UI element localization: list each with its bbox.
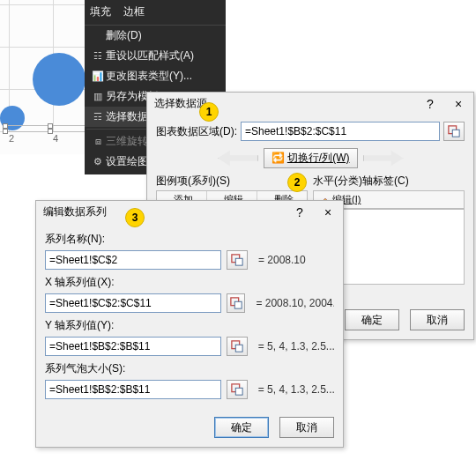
- svg-rect-6: [234, 301, 242, 308]
- svg-rect-1: [452, 130, 459, 137]
- range-picker-button[interactable]: [443, 122, 465, 141]
- y-values-label: Y 轴系列值(Y):: [45, 318, 334, 333]
- chart-type-icon: 📊: [90, 70, 106, 82]
- svg-rect-4: [235, 258, 242, 265]
- cancel-button[interactable]: 取消: [279, 417, 334, 438]
- swap-arrow-right-icon: [363, 149, 404, 168]
- range-picker-button[interactable]: [227, 337, 248, 356]
- x-values-result: = 2008.10, 2004....: [256, 297, 334, 309]
- range-picker-icon: [448, 125, 460, 137]
- dialog-title: 编辑数据系列: [43, 204, 107, 219]
- context-menu-change-chart-type[interactable]: 📊 更改图表类型(Y)...: [85, 66, 226, 86]
- chart-data-range-label: 图表数据区域(D):: [156, 124, 237, 139]
- range-picker-button[interactable]: [227, 380, 248, 399]
- callout-badge-1: 1: [199, 102, 219, 122]
- context-menu-label: 删除(D): [106, 28, 142, 43]
- callout-number: 1: [206, 106, 212, 118]
- dialog-titlebar: 编辑数据系列 ? ×: [36, 201, 343, 221]
- ok-button[interactable]: 确定: [214, 417, 269, 438]
- context-menu-reset-style[interactable]: ☷ 重设以匹配样式(A): [85, 46, 226, 66]
- legend-entries-heading: 图例项(系列)(S): [156, 174, 308, 189]
- y-values-input[interactable]: [45, 337, 221, 356]
- chart-selection-handles[interactable]: [4, 125, 93, 132]
- reset-style-icon: ☷: [90, 50, 106, 62]
- context-menu-delete[interactable]: 删除(D): [85, 26, 226, 46]
- range-picker-icon: [231, 340, 243, 352]
- series-name-label: 系列名称(N):: [45, 232, 334, 247]
- series-name-input[interactable]: [45, 250, 221, 270]
- context-menu-label: 三维旋转: [106, 134, 148, 149]
- range-picker-button[interactable]: [227, 293, 245, 313]
- x-values-label: X 轴系列值(X):: [45, 275, 334, 290]
- chart-x-tick: 2: [9, 133, 14, 144]
- callout-badge-3: 3: [125, 208, 145, 227]
- svg-rect-8: [235, 345, 242, 352]
- callout-number: 2: [294, 176, 301, 189]
- dialog-titlebar: 选择数据源 ? ×: [147, 93, 473, 113]
- bubble-size-label: 系列气泡大小(S):: [45, 361, 334, 376]
- switch-row-column-button[interactable]: 🔁 切换行/列(W): [264, 148, 358, 168]
- y-values-result: = 5, 4, 1.3, 2.5...: [258, 340, 334, 352]
- swap-arrow-left-icon: [218, 149, 258, 168]
- range-picker-icon: [231, 254, 243, 266]
- dialog-close-button[interactable]: ×: [449, 97, 468, 111]
- context-menu-fill[interactable]: 填充: [90, 4, 111, 19]
- callout-number: 3: [132, 211, 138, 224]
- context-menu-format-row: 填充 边框: [85, 3, 226, 26]
- bubble-size-input[interactable]: [45, 380, 221, 399]
- ok-button[interactable]: 确定: [345, 309, 399, 330]
- edit-data-series-dialog: 编辑数据系列 ? × 系列名称(N): = 2008.10 X 轴系列值(X):…: [35, 200, 344, 448]
- dialog-close-button[interactable]: ×: [318, 205, 338, 219]
- chart-x-tick: 4: [53, 133, 58, 144]
- svg-rect-10: [235, 388, 242, 395]
- context-menu-label: 更改图表类型(Y)...: [106, 69, 192, 84]
- range-picker-icon: [231, 383, 243, 396]
- bubble-size-result: = 5, 4, 1.3, 2.5...: [258, 383, 334, 396]
- axis-labels-heading: 水平(分类)轴标签(C): [313, 174, 465, 189]
- x-values-input[interactable]: [45, 293, 221, 313]
- chart-bubble[interactable]: [33, 53, 86, 106]
- range-picker-button[interactable]: [227, 250, 248, 270]
- dialog-help-button[interactable]: ?: [420, 97, 440, 111]
- cancel-button[interactable]: 取消: [410, 309, 465, 330]
- context-menu-label: 重设以匹配样式(A): [106, 48, 194, 63]
- select-data-icon: ☶: [90, 111, 106, 122]
- dialog-help-button[interactable]: ?: [290, 205, 309, 219]
- range-picker-icon: [230, 297, 242, 309]
- switch-row-column-label: 切换行/列(W): [287, 152, 350, 164]
- format-icon: ⚙: [90, 156, 106, 167]
- context-menu-border[interactable]: 边框: [123, 4, 145, 19]
- save-template-icon: ▥: [90, 91, 106, 102]
- rotate-3d-icon: ⧇: [90, 136, 106, 147]
- series-name-result: = 2008.10: [258, 254, 306, 266]
- chart-data-range-input[interactable]: [241, 122, 440, 141]
- callout-badge-2: 2: [287, 173, 307, 192]
